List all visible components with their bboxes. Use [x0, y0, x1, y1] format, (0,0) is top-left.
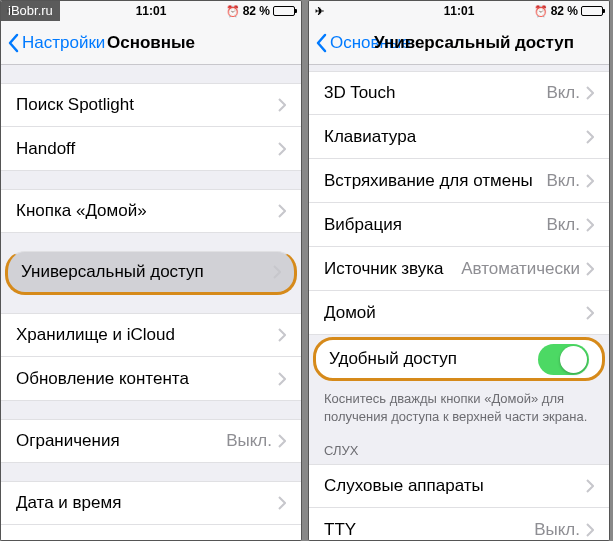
row-spotlight[interactable]: Поиск Spotlight — [1, 83, 301, 127]
status-time: 11:01 — [87, 4, 215, 18]
cell-value: Выкл. — [226, 431, 272, 451]
chevron-right-icon — [278, 434, 286, 448]
chevron-right-icon — [586, 262, 594, 276]
row-audio-source[interactable]: Источник звука Автоматически — [309, 247, 609, 291]
row-hearing-aids[interactable]: Слуховые аппараты — [309, 464, 609, 508]
content[interactable]: Поиск Spotlight Handoff Кнопка «Домой» У… — [1, 65, 301, 540]
watermark: iBobr.ru — [1, 1, 60, 21]
row-vibration[interactable]: Вибрация Вкл. — [309, 203, 609, 247]
cell-label: Вибрация — [324, 215, 546, 235]
content[interactable]: 3D Touch Вкл. Клавиатура Встряхивание дл… — [309, 65, 609, 540]
row-refresh[interactable]: Обновление контента — [1, 357, 301, 401]
cell-label: Домой — [324, 303, 586, 323]
row-shake[interactable]: Встряхивание для отмены Вкл. — [309, 159, 609, 203]
back-button[interactable]: Настройки — [7, 33, 105, 53]
row-reachability[interactable]: Удобный доступ — [313, 337, 605, 381]
cell-label: Дата и время — [16, 493, 278, 513]
chevron-right-icon — [278, 540, 286, 541]
cell-label: Клавиатура — [324, 127, 586, 147]
cell-label: TTY — [324, 520, 534, 540]
chevron-right-icon — [586, 306, 594, 320]
cell-label: Поиск Spotlight — [16, 95, 278, 115]
row-storage[interactable]: Хранилище и iCloud — [1, 313, 301, 357]
row-keyboard[interactable]: Клавиатура — [309, 115, 609, 159]
chevron-right-icon — [586, 174, 594, 188]
battery-percent: 82 % — [551, 4, 578, 18]
battery-percent: 82 % — [243, 4, 270, 18]
cell-label: Слуховые аппараты — [324, 476, 586, 496]
airplane-icon: ✈ — [315, 5, 324, 18]
row-handoff[interactable]: Handoff — [1, 127, 301, 171]
row-restrictions[interactable]: Ограничения Выкл. — [1, 419, 301, 463]
status-bar: ✈ 11:01 ⏰ 82 % — [309, 1, 609, 21]
phone-right: ✈ 11:01 ⏰ 82 % Основные Универсальный до… — [308, 0, 610, 541]
chevron-right-icon — [273, 265, 281, 279]
nav-bar: Настройки Основные — [1, 21, 301, 65]
chevron-right-icon — [586, 523, 594, 537]
row-home[interactable]: Домой — [309, 291, 609, 335]
reachability-footer: Коснитесь дважды кнопки «Домой» для полу… — [309, 383, 609, 429]
cell-value: Вкл. — [546, 83, 580, 103]
chevron-right-icon — [278, 204, 286, 218]
cell-label: Handoff — [16, 139, 278, 159]
chevron-right-icon — [278, 372, 286, 386]
chevron-right-icon — [278, 496, 286, 510]
row-accessibility[interactable]: Универсальный доступ — [5, 251, 297, 295]
back-label: Настройки — [22, 33, 105, 53]
chevron-right-icon — [278, 328, 286, 342]
cell-label: Универсальный доступ — [21, 262, 273, 282]
status-time: 11:01 — [395, 4, 523, 18]
row-3dtouch[interactable]: 3D Touch Вкл. — [309, 71, 609, 115]
alarm-icon: ⏰ — [226, 5, 240, 18]
cell-value: Автоматически — [461, 259, 580, 279]
cell-label: Ограничения — [16, 431, 226, 451]
chevron-left-icon — [315, 33, 327, 53]
cell-label: 3D Touch — [324, 83, 546, 103]
battery-icon — [273, 6, 295, 16]
chevron-right-icon — [278, 98, 286, 112]
cell-value: Вкл. — [546, 215, 580, 235]
chevron-right-icon — [586, 218, 594, 232]
back-button[interactable]: Основные — [315, 33, 411, 53]
section-hearing: слух — [309, 429, 609, 464]
nav-bar: Основные Универсальный доступ — [309, 21, 609, 65]
alarm-icon: ⏰ — [534, 5, 548, 18]
cell-label: Кнопка «Домой» — [16, 201, 278, 221]
cell-label: Клавиатура — [16, 537, 278, 541]
phone-left: iBobr.ru ✈ 11:01 ⏰ 82 % Настройки Основн… — [0, 0, 302, 541]
back-label: Основные — [330, 33, 411, 53]
chevron-right-icon — [586, 130, 594, 144]
reachability-toggle[interactable] — [538, 344, 589, 375]
row-tty[interactable]: TTY Выкл. — [309, 508, 609, 540]
chevron-right-icon — [586, 479, 594, 493]
cell-value: Выкл. — [534, 520, 580, 540]
cell-label: Встряхивание для отмены — [324, 171, 546, 191]
cell-label: Удобный доступ — [329, 349, 538, 369]
battery-icon — [581, 6, 603, 16]
row-datetime[interactable]: Дата и время — [1, 481, 301, 525]
row-home-button[interactable]: Кнопка «Домой» — [1, 189, 301, 233]
row-keyboard[interactable]: Клавиатура — [1, 525, 301, 540]
chevron-left-icon — [7, 33, 19, 53]
cell-label: Источник звука — [324, 259, 461, 279]
chevron-right-icon — [278, 142, 286, 156]
cell-value: Вкл. — [546, 171, 580, 191]
cell-label: Хранилище и iCloud — [16, 325, 278, 345]
cell-label: Обновление контента — [16, 369, 278, 389]
chevron-right-icon — [586, 86, 594, 100]
